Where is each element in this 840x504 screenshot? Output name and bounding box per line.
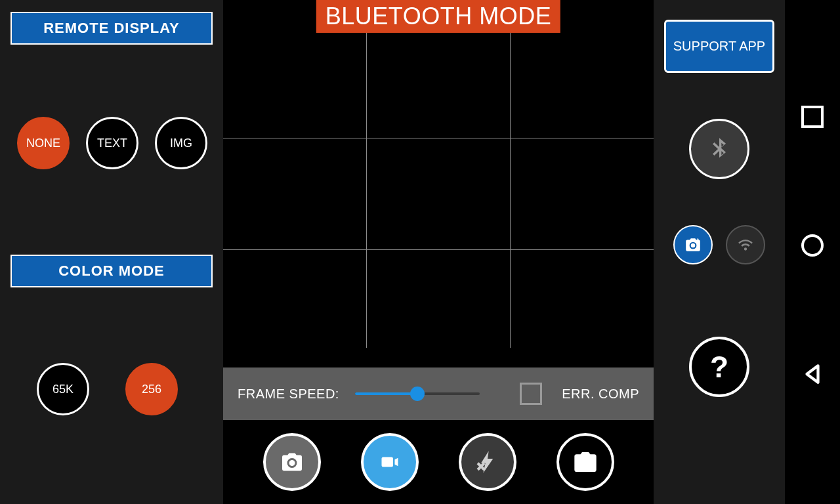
color-mode-options: 65K 256 [37, 363, 213, 415]
left-panel: REMOTE DISPLAY NONE TEXT IMG COLOR MODE … [0, 0, 223, 504]
help-button[interactable]: ? [689, 337, 749, 397]
color-mode-header: COLOR MODE [10, 255, 213, 287]
err-comp-label: ERR. COMP [562, 387, 639, 402]
wifi-mode-button[interactable] [726, 225, 765, 264]
err-comp-checkbox[interactable] [520, 383, 542, 405]
color-256-button[interactable]: 256 [125, 363, 178, 415]
bluetooth-button[interactable] [689, 119, 749, 179]
record-video-button[interactable] [361, 433, 419, 491]
support-app-button[interactable]: SUPPORT APP [664, 20, 774, 73]
color-65k-button[interactable]: 65K [37, 363, 89, 415]
center-panel: BLUETOOTH MODE FRAME SPEED: ERR. COMP [223, 0, 654, 504]
frame-speed-label: FRAME SPEED: [238, 387, 339, 402]
camera-icon [278, 450, 306, 474]
nav-home-button[interactable] [801, 234, 824, 257]
flash-off-icon [474, 449, 501, 475]
frame-speed-bar: FRAME SPEED: ERR. COMP [223, 368, 654, 420]
switch-camera-icon [570, 449, 600, 475]
nav-recent-apps-button[interactable] [801, 106, 824, 128]
frame-speed-slider[interactable] [355, 392, 480, 395]
wifi-icon [734, 236, 757, 253]
switch-camera-button[interactable] [556, 433, 614, 491]
display-none-button[interactable]: NONE [17, 117, 70, 169]
flash-off-button[interactable] [459, 433, 516, 491]
display-text-button[interactable]: TEXT [86, 117, 138, 169]
grid-line [510, 20, 511, 348]
grid-line [366, 20, 367, 348]
capture-photo-button[interactable] [263, 433, 321, 491]
slider-fill [355, 392, 417, 395]
connection-mode-row [673, 225, 765, 264]
bluetooth-icon [706, 133, 732, 165]
bottom-controls [223, 420, 654, 504]
remote-display-header: REMOTE DISPLAY [10, 12, 213, 45]
slider-thumb[interactable] [410, 387, 425, 401]
camera-mode-button[interactable] [673, 225, 713, 264]
grid-line [223, 138, 654, 138]
display-img-button[interactable]: IMG [155, 117, 207, 169]
grid-line [223, 249, 654, 250]
nav-back-button[interactable] [801, 363, 824, 385]
camera-viewfinder[interactable] [223, 0, 654, 368]
camera-small-icon [682, 236, 704, 253]
system-navbar [785, 0, 840, 504]
mode-banner: BLUETOOTH MODE [316, 0, 560, 33]
video-icon [377, 452, 403, 472]
remote-display-options: NONE TEXT IMG [17, 117, 213, 169]
right-panel: SUPPORT APP ? [654, 0, 785, 504]
